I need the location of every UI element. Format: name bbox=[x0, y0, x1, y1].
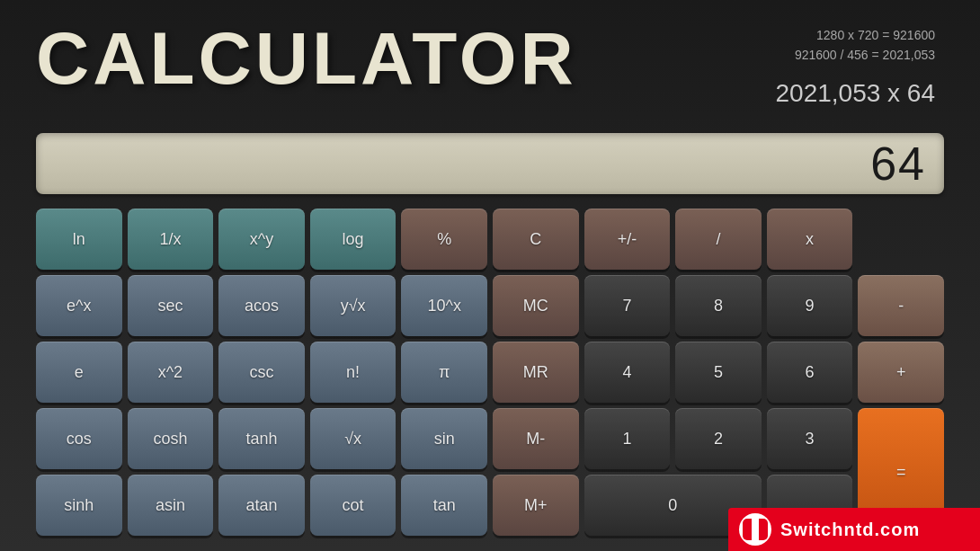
btn-multiply[interactable]: x bbox=[767, 209, 853, 270]
btn-divide[interactable]: / bbox=[675, 209, 762, 270]
btn-csc[interactable]: csc bbox=[218, 342, 305, 403]
btn-sinh[interactable]: sinh bbox=[36, 475, 122, 536]
btn-7[interactable]: 7 bbox=[584, 275, 671, 336]
btn-cos[interactable]: cos bbox=[36, 408, 122, 469]
btn-yrootx[interactable]: y√x bbox=[310, 275, 396, 336]
btn-atan[interactable]: atan bbox=[218, 475, 305, 536]
logo-right-half bbox=[759, 519, 768, 540]
current-expression: 2021,053 x 64 bbox=[776, 79, 936, 108]
display-screen: 64 bbox=[36, 133, 944, 194]
btn-6[interactable]: 6 bbox=[767, 342, 853, 403]
btn-clear[interactable]: C bbox=[493, 209, 579, 270]
display-value: 64 bbox=[870, 137, 926, 191]
calculator-app: CALCULATOR 1280 x 720 = 921600 921600 / … bbox=[0, 0, 980, 551]
btn-cot[interactable]: cot bbox=[310, 475, 396, 536]
btn-mr[interactable]: MR bbox=[493, 342, 579, 403]
btn-ln[interactable]: ln bbox=[36, 209, 122, 270]
btn-9[interactable]: 9 bbox=[767, 275, 853, 336]
btn-reciprocal[interactable]: 1/x bbox=[128, 209, 214, 270]
calculation-history: 1280 x 720 = 921600 921600 / 456 = 2021,… bbox=[795, 25, 935, 66]
btn-5[interactable]: 5 bbox=[675, 342, 762, 403]
button-grid: ln 1/x x^y log % C +/- / x e^x sec acos … bbox=[36, 209, 944, 536]
btn-mminus[interactable]: M- bbox=[493, 408, 579, 469]
btn-xpowy[interactable]: x^y bbox=[218, 209, 305, 270]
btn-1[interactable]: 1 bbox=[584, 408, 671, 469]
btn-plusminus[interactable]: +/- bbox=[584, 209, 671, 270]
btn-xsquared[interactable]: x^2 bbox=[128, 342, 214, 403]
btn-epowx[interactable]: e^x bbox=[36, 275, 122, 336]
logo-middle-gap bbox=[752, 522, 759, 537]
btn-pi[interactable]: π bbox=[401, 342, 487, 403]
btn-tanh[interactable]: tanh bbox=[218, 408, 305, 469]
btn-sec[interactable]: sec bbox=[128, 275, 214, 336]
btn-asin[interactable]: asin bbox=[128, 475, 214, 536]
history-line2: 921600 / 456 = 2021,053 bbox=[795, 45, 935, 65]
nintendo-logo-icon bbox=[739, 513, 771, 546]
btn-10powx[interactable]: 10^x bbox=[401, 275, 487, 336]
btn-8[interactable]: 8 bbox=[675, 275, 762, 336]
btn-e[interactable]: e bbox=[36, 342, 122, 403]
btn-plus[interactable]: + bbox=[858, 342, 944, 403]
btn-sin[interactable]: sin bbox=[401, 408, 487, 469]
btn-tan[interactable]: tan bbox=[401, 475, 487, 536]
nintendo-logo-inner bbox=[743, 519, 768, 540]
btn-4[interactable]: 4 bbox=[584, 342, 671, 403]
history-line1: 1280 x 720 = 921600 bbox=[795, 25, 935, 45]
nintendo-banner: Switchntd.com bbox=[728, 508, 980, 551]
btn-log[interactable]: log bbox=[310, 209, 396, 270]
btn-2[interactable]: 2 bbox=[675, 408, 762, 469]
btn-mc[interactable]: MC bbox=[493, 275, 579, 336]
btn-cosh[interactable]: cosh bbox=[128, 408, 214, 469]
btn-minus[interactable]: - bbox=[858, 275, 944, 336]
logo-left-half bbox=[743, 519, 752, 540]
app-title: CALCULATOR bbox=[36, 16, 577, 101]
banner-text: Switchntd.com bbox=[780, 520, 920, 540]
btn-mplus[interactable]: M+ bbox=[493, 475, 579, 536]
btn-3[interactable]: 3 bbox=[767, 408, 853, 469]
btn-factorial[interactable]: n! bbox=[310, 342, 396, 403]
btn-percent[interactable]: % bbox=[401, 209, 487, 270]
btn-acos[interactable]: acos bbox=[218, 275, 305, 336]
btn-sqrt[interactable]: √x bbox=[310, 408, 396, 469]
